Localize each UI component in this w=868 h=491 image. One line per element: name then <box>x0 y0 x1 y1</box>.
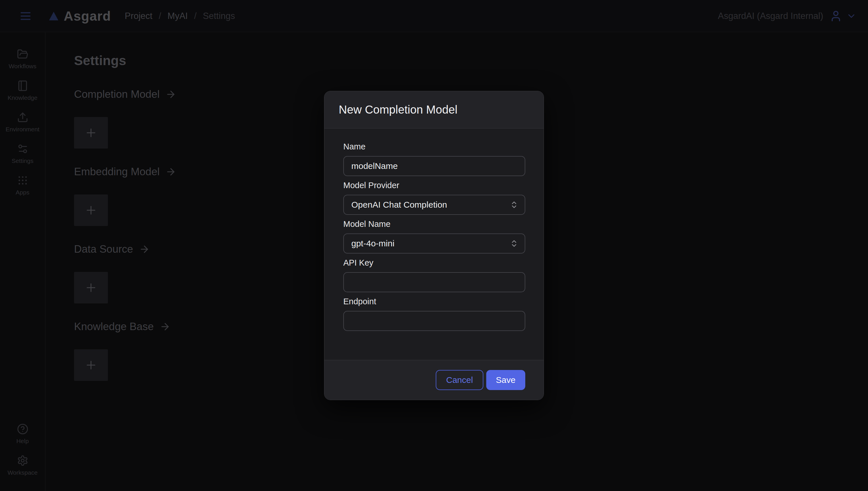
section-label: Completion Model <box>74 88 160 100</box>
dialog-header: New Completion Model <box>324 91 544 128</box>
dialog-footer: Cancel Save <box>324 360 544 400</box>
sidebar-item-label: Apps <box>16 189 30 196</box>
sidebar-bottom-group: Help Workspace <box>0 423 45 476</box>
name-input[interactable] <box>343 156 525 176</box>
section-link-completion-model[interactable]: Completion Model <box>74 88 176 100</box>
sidebar-item-workflows[interactable]: Workflows <box>0 49 45 70</box>
grid-dots-icon <box>17 175 28 186</box>
hamburger-menu-button[interactable] <box>19 9 32 23</box>
sidebar-item-settings[interactable]: Settings <box>0 143 45 164</box>
sidebar-item-knowledge[interactable]: Knowledge <box>0 80 45 101</box>
dialog-body: Name Model Provider OpenAI Chat Completi… <box>324 128 544 360</box>
user-icon <box>830 10 842 22</box>
sidebar-item-apps[interactable]: Apps <box>0 175 45 196</box>
add-completion-model-button[interactable] <box>74 117 108 149</box>
book-icon <box>17 80 28 91</box>
cancel-button[interactable]: Cancel <box>436 370 483 390</box>
breadcrumb-item-myai[interactable]: MyAI <box>168 11 188 21</box>
sidebar-item-label: Settings <box>12 157 34 164</box>
breadcrumb-item-project[interactable]: Project <box>125 11 152 21</box>
section-link-knowledge-base[interactable]: Knowledge Base <box>74 321 170 333</box>
section-label: Knowledge Base <box>74 321 154 333</box>
sidebar: Workflows Knowledge Environment Settings… <box>0 32 45 491</box>
api-key-field-label: API Key <box>343 258 525 267</box>
sidebar-item-label: Knowledge <box>8 94 37 101</box>
chevron-down-icon <box>848 11 857 21</box>
model-provider-field-label: Model Provider <box>343 180 525 190</box>
triangle-logo-icon <box>48 10 60 22</box>
page-title: Settings <box>74 53 868 68</box>
sidebar-item-label: Workspace <box>7 469 37 476</box>
model-name-selected-value: gpt-4o-mini <box>351 239 395 249</box>
new-completion-model-dialog: New Completion Model Name Model Provider… <box>324 91 544 400</box>
breadcrumb: Project / MyAI / Settings <box>125 11 235 21</box>
brand-logo[interactable]: Asgard <box>48 8 111 24</box>
endpoint-input[interactable] <box>343 311 525 331</box>
sliders-icon <box>17 143 28 154</box>
help-circle-icon <box>17 423 28 435</box>
arrow-right-icon <box>139 244 150 255</box>
gear-icon <box>17 455 28 466</box>
add-embedding-model-button[interactable] <box>74 195 108 226</box>
section-label: Data Source <box>74 243 133 255</box>
chevrons-up-down-icon <box>510 239 518 248</box>
arrow-right-icon <box>160 321 170 332</box>
save-button[interactable]: Save <box>486 370 525 390</box>
plus-icon <box>84 126 98 139</box>
folder-open-icon <box>17 49 28 60</box>
chevrons-up-down-icon <box>510 200 518 209</box>
api-key-input[interactable] <box>343 272 525 292</box>
account-label: AsgardAI (Asgard Internal) <box>718 11 823 21</box>
model-provider-selected-value: OpenAI Chat Completion <box>351 200 447 210</box>
dialog-title: New Completion Model <box>339 103 458 116</box>
sidebar-item-workspace[interactable]: Workspace <box>0 455 45 476</box>
model-provider-select[interactable]: OpenAI Chat Completion <box>343 195 525 215</box>
sidebar-item-help[interactable]: Help <box>0 423 45 444</box>
plus-icon <box>84 358 98 372</box>
endpoint-field-label: Endpoint <box>343 296 525 306</box>
breadcrumb-item-settings[interactable]: Settings <box>203 11 235 21</box>
model-name-field-label: Model Name <box>343 219 525 229</box>
breadcrumb-separator: / <box>159 11 161 21</box>
arrow-right-icon <box>165 166 176 177</box>
sidebar-item-label: Help <box>16 438 29 444</box>
brand-name: Asgard <box>64 8 111 24</box>
section-link-embedding-model[interactable]: Embedding Model <box>74 166 176 178</box>
sidebar-item-label: Environment <box>6 126 39 133</box>
plus-icon <box>84 204 98 217</box>
top-navbar: Asgard Project / MyAI / Settings AsgardA… <box>0 0 868 32</box>
plus-icon <box>84 281 98 294</box>
hamburger-menu-icon <box>19 9 32 23</box>
section-label: Embedding Model <box>74 166 160 178</box>
upload-icon <box>17 112 28 123</box>
account-menu[interactable]: AsgardAI (Asgard Internal) <box>718 10 857 22</box>
arrow-right-icon <box>165 89 176 100</box>
section-link-data-source[interactable]: Data Source <box>74 243 150 255</box>
breadcrumb-separator: / <box>194 11 197 21</box>
add-knowledge-base-button[interactable] <box>74 349 108 381</box>
add-data-source-button[interactable] <box>74 272 108 304</box>
model-name-select[interactable]: gpt-4o-mini <box>343 233 525 254</box>
sidebar-item-label: Workflows <box>9 63 36 70</box>
name-field-label: Name <box>343 142 525 151</box>
sidebar-item-environment[interactable]: Environment <box>0 112 45 133</box>
sidebar-nav-group: Workflows Knowledge Environment Settings… <box>0 49 45 196</box>
